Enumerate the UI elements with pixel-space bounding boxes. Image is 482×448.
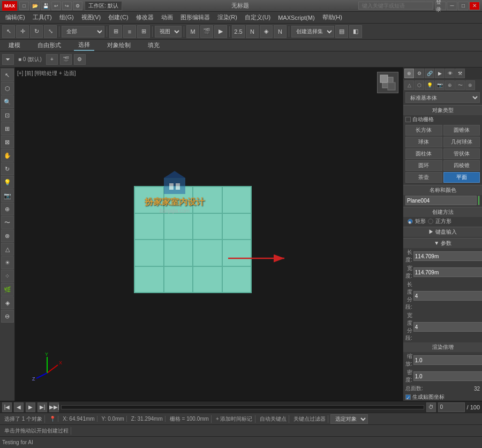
- frame-track[interactable]: [61, 405, 424, 409]
- scale-input[interactable]: [413, 355, 482, 365]
- shape-geosphere[interactable]: 几何球体: [443, 137, 480, 147]
- frame-next-btn[interactable]: ▶|: [37, 402, 47, 412]
- menu-anim[interactable]: 动画: [158, 12, 176, 23]
- lt-extra2[interactable]: ⊖: [1, 310, 14, 323]
- rp-subtab-camera[interactable]: 📷: [435, 80, 445, 90]
- tb-select[interactable]: ↖: [2, 25, 15, 38]
- lt-zoom-all[interactable]: ⊡: [1, 109, 14, 122]
- rp-subtab-geo[interactable]: △: [404, 80, 414, 90]
- frame-end-btn[interactable]: ▶▶|: [49, 402, 59, 412]
- shape-tube[interactable]: 管状体: [443, 148, 480, 159]
- lt-systems[interactable]: ⊗: [1, 229, 14, 242]
- maximize-button[interactable]: □: [458, 2, 469, 10]
- width-input[interactable]: [413, 267, 482, 277]
- tb-array[interactable]: ⊞: [137, 25, 150, 38]
- sub-selection[interactable]: 选择: [74, 40, 94, 51]
- menu-maxscript[interactable]: MAXScript(M): [275, 13, 318, 22]
- rp-tab-create[interactable]: ⊕: [404, 69, 414, 78]
- viewport[interactable]: [+] [前] [明暗处理 + 边面]: [15, 68, 403, 401]
- menu-graph-editor[interactable]: 图形编辑器: [177, 12, 213, 23]
- frame-start-btn[interactable]: |◀: [2, 402, 12, 412]
- lt-helper[interactable]: ⊕: [1, 203, 14, 215]
- shape-cylinder[interactable]: 圆柱体: [405, 148, 442, 159]
- lt-pan[interactable]: ✋: [1, 149, 14, 162]
- lt-particle[interactable]: ⁘: [1, 270, 14, 282]
- shape-teapot[interactable]: 茶壶: [405, 172, 442, 183]
- toolbar-undo[interactable]: ↩: [51, 2, 61, 10]
- tb-scale[interactable]: ⤡: [44, 25, 57, 38]
- toolbar-new[interactable]: □: [19, 2, 29, 10]
- time-tag-btn[interactable]: + 添加时间标记: [214, 415, 255, 423]
- rp-tab-hierarchy[interactable]: 🔗: [425, 69, 434, 78]
- density-input[interactable]: [413, 371, 482, 381]
- login-button[interactable]: 登录: [435, 2, 446, 10]
- tb-extra6[interactable]: ◧: [349, 25, 362, 38]
- tb-extra3[interactable]: ◈: [260, 25, 273, 38]
- tb-material[interactable]: M: [186, 25, 199, 38]
- toolbar-redo[interactable]: ↪: [62, 2, 72, 10]
- rp-tab-utilities[interactable]: ⚒: [455, 69, 465, 78]
- menu-create[interactable]: 创建(C): [105, 12, 131, 23]
- tb-render-setup[interactable]: 🎬: [200, 25, 213, 38]
- nav-cube[interactable]: [377, 72, 398, 93]
- toolbar-open[interactable]: 📂: [30, 2, 40, 10]
- menu-group[interactable]: 组(G): [56, 12, 77, 23]
- tb-extra2[interactable]: N: [246, 25, 259, 38]
- frame-time-btn[interactable]: ⏱: [426, 402, 436, 412]
- selection-mode-dropdown[interactable]: 选定对象: [330, 414, 368, 424]
- rp-tab-display[interactable]: 👁: [445, 69, 455, 78]
- frame-play-btn[interactable]: ▶: [26, 402, 35, 412]
- lt-polygon[interactable]: ⬡: [1, 82, 14, 95]
- lt-zoom-region[interactable]: ⊠: [1, 136, 14, 148]
- shape-pyramid[interactable]: 四棱锥: [443, 160, 480, 171]
- frame-number-input[interactable]: [438, 402, 465, 412]
- tb-extra5[interactable]: ▤: [335, 25, 348, 38]
- rp-subtab-helper[interactable]: ⊕: [445, 80, 455, 90]
- timeline-add[interactable]: +: [46, 54, 58, 65]
- menu-edit[interactable]: 编辑(E): [2, 12, 28, 23]
- close-button[interactable]: ✕: [469, 2, 480, 10]
- rp-subtab-system[interactable]: ⊗: [465, 80, 475, 90]
- menu-customize[interactable]: 自定义(U): [242, 12, 274, 23]
- width-segs-input[interactable]: [413, 322, 482, 332]
- tb-extra4[interactable]: N: [274, 25, 287, 38]
- lt-extra1[interactable]: ◈: [1, 296, 14, 309]
- search-input[interactable]: [358, 2, 433, 10]
- object-name-input[interactable]: [405, 196, 477, 205]
- length-segs-input[interactable]: [413, 291, 482, 301]
- workspace-selector[interactable]: 工作区: 默认: [85, 1, 122, 11]
- lt-camera[interactable]: 📷: [1, 189, 14, 202]
- menu-view[interactable]: 视图(V): [78, 12, 104, 23]
- tb-extra1[interactable]: 2.5: [232, 25, 245, 38]
- key-filter-btn[interactable]: 关键点过滤器: [291, 415, 328, 423]
- radio-rect[interactable]: ●: [408, 219, 413, 224]
- view-dropdown[interactable]: 视图: [155, 26, 182, 38]
- toolbar-save[interactable]: 💾: [41, 2, 50, 10]
- rp-tab-modify[interactable]: ⚙: [415, 69, 424, 78]
- lt-walkthru[interactable]: △: [1, 243, 14, 256]
- rp-subtab-light[interactable]: 💡: [425, 80, 434, 90]
- menu-tools[interactable]: 工具(T): [29, 12, 55, 23]
- menu-render[interactable]: 渲染(R): [214, 12, 240, 23]
- rp-subtab-spacewarp[interactable]: 〜: [455, 80, 465, 90]
- sub-modeling[interactable]: 建模: [4, 40, 25, 50]
- toolbar-extra1[interactable]: ⚙: [73, 2, 82, 10]
- shape-sphere[interactable]: 球体: [405, 137, 442, 147]
- tb-render[interactable]: ▶: [214, 25, 227, 38]
- frame-prev-btn[interactable]: ◀: [14, 402, 24, 412]
- shape-cone[interactable]: 圆锥体: [443, 125, 480, 136]
- tb-move[interactable]: ✛: [16, 25, 29, 38]
- auto-key-btn[interactable]: 自动关键点: [258, 415, 289, 423]
- lt-zoom[interactable]: 🔍: [1, 95, 14, 108]
- named-selection-dropdown[interactable]: 创建选择集: [291, 26, 334, 38]
- rp-tab-motion[interactable]: ▶: [435, 69, 445, 78]
- length-input[interactable]: [413, 251, 482, 261]
- tb-mirror[interactable]: ⊞: [109, 25, 122, 38]
- sub-freeform[interactable]: 自由形式: [33, 40, 65, 50]
- sub-object-paint[interactable]: 对象绘制: [103, 40, 135, 50]
- auto-grid-checkbox[interactable]: [405, 117, 411, 122]
- timeline-btn2[interactable]: 🎬: [60, 54, 72, 65]
- tb-align[interactable]: ≡: [123, 25, 136, 38]
- menu-modifier[interactable]: 修改器: [133, 12, 157, 23]
- tb-rotate[interactable]: ↻: [30, 25, 43, 38]
